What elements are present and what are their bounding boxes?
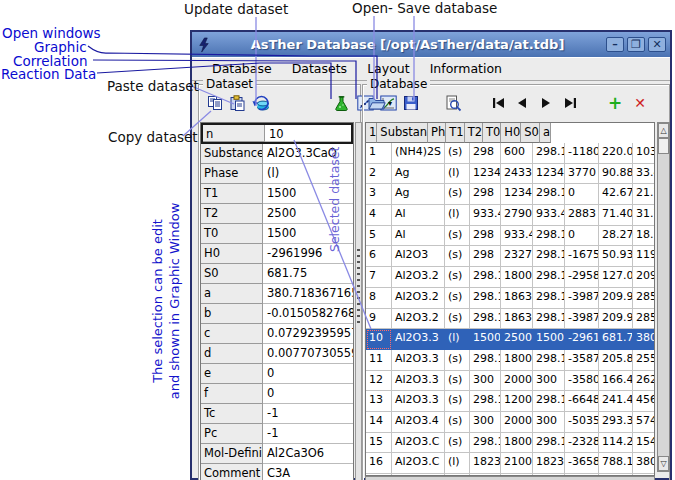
- dataset-field-row[interactable]: Tc -1: [201, 404, 353, 424]
- cell-t2[interactable]: 1234: [501, 184, 533, 205]
- cell-substance[interactable]: Al2O3.2: [392, 309, 445, 330]
- cell-t2[interactable]: 1863: [501, 309, 533, 330]
- previous-record-icon[interactable]: [511, 93, 533, 113]
- cell-t1[interactable]: 300: [470, 371, 501, 392]
- column-header[interactable]: T2: [465, 123, 483, 143]
- cell-t2[interactable]: 1800.: [501, 350, 533, 371]
- cell-t1[interactable]: 298.1: [470, 309, 501, 330]
- cell-a[interactable]: 285: [633, 288, 654, 309]
- open-database-icon[interactable]: [367, 93, 387, 113]
- cell-s0[interactable]: 166.43: [599, 371, 633, 392]
- table-row[interactable]: 1 (NH4)2S (s) 298 600 298.1 -1180 220.01…: [366, 143, 654, 164]
- cell-row-number[interactable]: 1: [366, 143, 392, 164]
- add-record-icon[interactable]: +: [605, 93, 625, 113]
- cell-s0[interactable]: 209.99: [599, 288, 633, 309]
- cell-s0[interactable]: 293.33: [599, 412, 633, 433]
- menu-item[interactable]: Information: [420, 59, 512, 78]
- dataset-field-row[interactable]: a 380.718367165: [201, 284, 353, 304]
- dataset-field-row[interactable]: n 10: [201, 123, 353, 144]
- dataset-scrollbar-thumb[interactable]: [357, 249, 360, 325]
- cell-s0[interactable]: 681.75: [599, 329, 633, 350]
- cell-s0[interactable]: 241.41: [599, 391, 633, 412]
- cell-a[interactable]: 18.5: [633, 226, 654, 247]
- database-vertical-scrollbar[interactable]: △ ▽: [657, 122, 670, 472]
- cell-t1[interactable]: 1500: [470, 329, 501, 350]
- dataset-field-value[interactable]: 681.75: [263, 264, 353, 284]
- cell-s0[interactable]: 71.408: [599, 205, 633, 226]
- cell-s0[interactable]: 42.677: [599, 184, 633, 205]
- column-header[interactable]: a: [540, 123, 551, 143]
- cell-a[interactable]: 574: [633, 412, 654, 433]
- cell-t2[interactable]: 2327: [501, 246, 533, 267]
- cell-h0[interactable]: 0: [565, 184, 599, 205]
- cell-s0[interactable]: 90.884: [599, 164, 633, 185]
- cell-a[interactable]: 380: [633, 453, 654, 474]
- cell-t1[interactable]: 298: [470, 184, 501, 205]
- cell-t0[interactable]: 298.1: [533, 143, 565, 164]
- cell-phase[interactable]: (s): [445, 226, 470, 247]
- dataset-field-value[interactable]: 0.07292395957: [263, 324, 353, 344]
- cell-t2[interactable]: 2500: [501, 329, 533, 350]
- cell-row-number[interactable]: 3: [366, 184, 392, 205]
- open-dropdown-icon[interactable]: ▾: [388, 99, 392, 108]
- cell-s0[interactable]: 209.99: [599, 309, 633, 330]
- table-row[interactable]: 14 Al2O3.4 (s) 300 2000 300 -5035 293.33…: [366, 412, 654, 433]
- column-header[interactable]: 1: [366, 123, 377, 143]
- cell-phase[interactable]: (l): [445, 453, 470, 474]
- cell-substance[interactable]: Ag: [392, 184, 445, 205]
- cell-t1[interactable]: 298.1: [470, 288, 501, 309]
- update-dataset-icon[interactable]: [249, 93, 273, 113]
- cell-row-number[interactable]: 4: [366, 205, 392, 226]
- cell-t1[interactable]: 298.1: [470, 433, 501, 454]
- cell-phase[interactable]: (l): [445, 329, 470, 350]
- cell-t2[interactable]: 2100: [501, 453, 533, 474]
- cell-substance[interactable]: Al2O3.4: [392, 412, 445, 433]
- cell-a[interactable]: 209: [633, 267, 654, 288]
- title-bar[interactable]: AsTher Database [/opt/AsTher/data/at.tdb…: [192, 32, 670, 57]
- cell-row-number[interactable]: 2: [366, 164, 392, 185]
- cell-t1[interactable]: 298.1: [470, 267, 501, 288]
- cell-substance[interactable]: Al: [392, 205, 445, 226]
- dataset-field-row[interactable]: b -0.01505827686: [201, 304, 353, 324]
- cell-t2[interactable]: 933.4: [501, 226, 533, 247]
- cell-t2[interactable]: 2000: [501, 371, 533, 392]
- cell-t0[interactable]: 298.1: [533, 246, 565, 267]
- cell-s0[interactable]: 114.22: [599, 433, 633, 454]
- menu-item[interactable]: Layout: [357, 59, 420, 78]
- table-row[interactable]: 9 Al2O3.2 (s) 298.1 1863 298.1 -3987 209…: [366, 309, 654, 330]
- cell-t0[interactable]: 933.4: [533, 205, 565, 226]
- cell-t2[interactable]: 2000: [501, 412, 533, 433]
- dataset-scrollbar[interactable]: [355, 122, 362, 480]
- table-row[interactable]: 11 Al2O3.3 (s) 298.1 1800. 298.1 -3587 2…: [366, 350, 654, 371]
- cell-phase[interactable]: (s): [445, 246, 470, 267]
- cell-phase[interactable]: (s): [445, 350, 470, 371]
- cell-t2[interactable]: 2790.: [501, 205, 533, 226]
- cell-t1[interactable]: 933.4: [470, 205, 501, 226]
- cell-h0[interactable]: 2883: [565, 205, 599, 226]
- cell-t0[interactable]: 300: [533, 412, 565, 433]
- cell-phase[interactable]: (s): [445, 309, 470, 330]
- cell-row-number[interactable]: 12: [366, 371, 392, 392]
- cell-substance[interactable]: Al2O3.2: [392, 267, 445, 288]
- cell-substance[interactable]: Al2O3.3: [392, 391, 445, 412]
- cell-t2[interactable]: 600: [501, 143, 533, 164]
- cell-a[interactable]: 21.7: [633, 184, 654, 205]
- cell-h0[interactable]: -2961: [565, 329, 599, 350]
- cell-t0[interactable]: 1500: [533, 329, 565, 350]
- dataset-field-value[interactable]: 0.00770730559: [263, 344, 353, 364]
- cell-substance[interactable]: Al: [392, 226, 445, 247]
- cell-t0[interactable]: 298.1: [533, 433, 565, 454]
- dataset-field-row[interactable]: S0 681.75: [201, 264, 353, 284]
- dataset-field-row[interactable]: Comment C3A: [201, 464, 353, 480]
- last-record-icon[interactable]: [559, 93, 581, 113]
- cell-substance[interactable]: (NH4)2S: [392, 143, 445, 164]
- cell-a[interactable]: 456: [633, 391, 654, 412]
- cell-t2[interactable]: 1200: [501, 391, 533, 412]
- cell-row-number[interactable]: 16: [366, 453, 392, 474]
- cell-t2[interactable]: 1863: [501, 288, 533, 309]
- cell-h0[interactable]: -1180: [565, 143, 599, 164]
- cell-phase[interactable]: (s): [445, 184, 470, 205]
- table-row[interactable]: 12 Al2O3.3 (s) 300 2000 300 -3580 166.43…: [366, 371, 654, 392]
- cell-row-number[interactable]: 14: [366, 412, 392, 433]
- cell-t1[interactable]: 298: [470, 246, 501, 267]
